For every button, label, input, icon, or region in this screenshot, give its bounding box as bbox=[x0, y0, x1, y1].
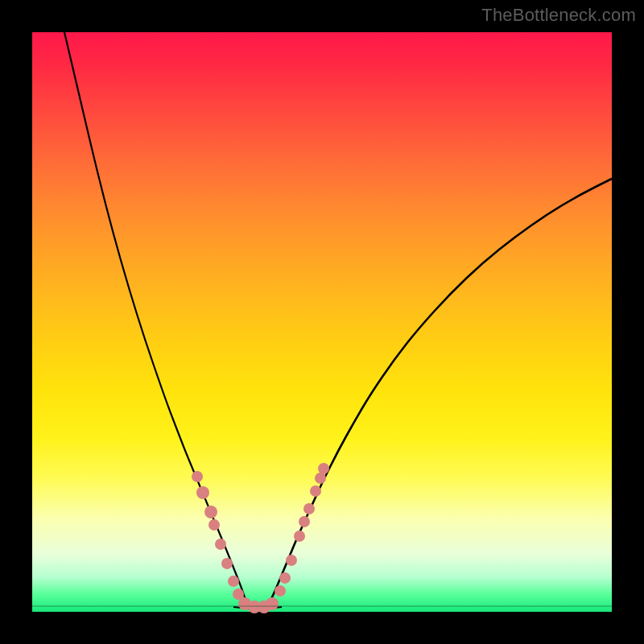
chart-frame: TheBottleneck.com bbox=[0, 0, 644, 644]
markers-group bbox=[192, 463, 329, 613]
marker-point bbox=[310, 485, 321, 497]
marker-point bbox=[228, 576, 239, 587]
marker-point bbox=[279, 572, 291, 584]
marker-point bbox=[275, 585, 286, 597]
marker-point bbox=[221, 558, 233, 569]
plot-area bbox=[32, 32, 612, 612]
marker-point bbox=[286, 555, 297, 566]
marker-point bbox=[318, 463, 329, 474]
marker-point bbox=[294, 530, 305, 542]
marker-point bbox=[299, 516, 310, 527]
marker-point bbox=[315, 473, 326, 484]
marker-point bbox=[192, 471, 203, 482]
marker-point bbox=[303, 503, 315, 514]
marker-point bbox=[208, 519, 220, 530]
left-curve-path bbox=[64, 32, 248, 607]
marker-point bbox=[204, 506, 217, 518]
marker-point bbox=[215, 539, 226, 550]
marker-point bbox=[196, 486, 209, 499]
marker-point bbox=[266, 597, 279, 610]
watermark-text: TheBottleneck.com bbox=[481, 5, 636, 26]
curve-layer bbox=[32, 32, 612, 612]
right-curve-path bbox=[267, 179, 612, 607]
